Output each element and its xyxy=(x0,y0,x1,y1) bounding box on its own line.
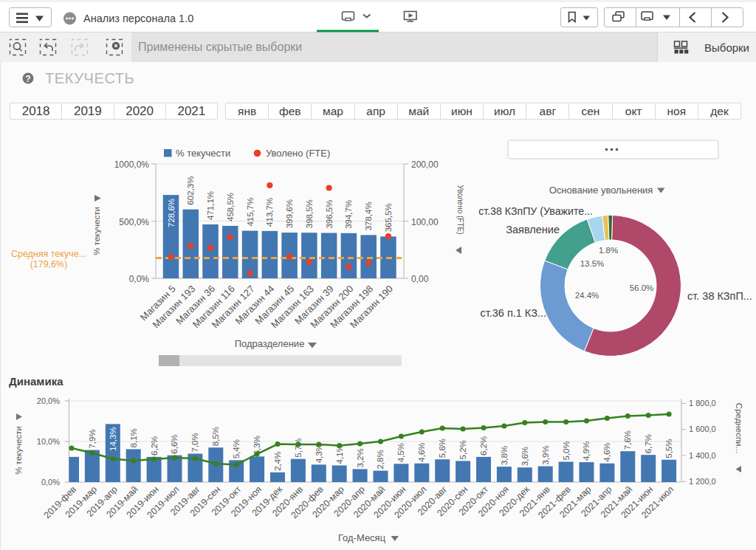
svg-text:3,6%: 3,6% xyxy=(520,447,529,466)
svg-text:% текучести: % текучести xyxy=(176,148,230,159)
svg-text:Заявление: Заявление xyxy=(506,224,560,236)
svg-text:4,5%: 4,5% xyxy=(396,443,405,462)
svg-text:365,5%: 365,5% xyxy=(384,203,393,232)
svg-text:14,3%: 14,3% xyxy=(109,427,117,451)
svg-text:6,2%: 6,2% xyxy=(479,436,488,456)
svg-text:1 800,0: 1 800,0 xyxy=(689,399,716,408)
svg-text:413,7%: 413,7% xyxy=(265,198,274,227)
svg-text:7,6%: 7,6% xyxy=(623,430,632,450)
svg-text:0,0%: 0,0% xyxy=(129,274,150,284)
svg-text:Среднеспи...: Среднеспи... xyxy=(735,403,743,453)
svg-text:500,0%: 500,0% xyxy=(119,217,149,227)
svg-text:100,00: 100,00 xyxy=(411,217,439,227)
svg-text:728,6%: 728,6% xyxy=(167,199,176,227)
svg-text:1 400,0: 1 400,0 xyxy=(689,451,716,460)
svg-text:471,1%: 471,1% xyxy=(206,191,215,220)
svg-text:4,9%: 4,9% xyxy=(583,441,591,461)
svg-text:5,5%: 5,5% xyxy=(664,439,673,458)
svg-text:56.0%: 56.0% xyxy=(630,283,654,292)
svg-text:398,5%: 398,5% xyxy=(305,199,314,228)
svg-text:399,6%: 399,6% xyxy=(285,199,294,228)
svg-text:7,0%: 7,0% xyxy=(190,433,199,452)
svg-text:415,7%: 415,7% xyxy=(246,198,255,227)
svg-text:10,0%: 10,0% xyxy=(37,437,60,446)
svg-text:3,8%: 3,8% xyxy=(500,446,509,465)
svg-text:396,5%: 396,5% xyxy=(325,200,334,229)
svg-text:% текучести: % текучести xyxy=(14,426,23,475)
svg-text:8,5%: 8,5% xyxy=(211,427,220,446)
svg-text:13.5%: 13.5% xyxy=(580,259,605,268)
svg-text:1.8%: 1.8% xyxy=(599,246,618,255)
svg-text:200,00: 200,00 xyxy=(411,159,439,170)
svg-text:2,8%: 2,8% xyxy=(377,450,385,469)
svg-text:1000,0%: 1000,0% xyxy=(114,159,150,170)
svg-text:0,00: 0,00 xyxy=(411,274,429,284)
svg-text:8,1%: 8,1% xyxy=(129,428,138,447)
svg-text:4,6%: 4,6% xyxy=(602,442,611,461)
svg-text:458,5%: 458,5% xyxy=(226,193,235,221)
svg-text:Уволено (FTE): Уволено (FTE) xyxy=(456,185,464,234)
svg-text:Уволено (FTE): Уволено (FTE) xyxy=(266,148,330,159)
svg-text:24.4%: 24.4% xyxy=(575,291,599,300)
svg-text:20,0%: 20,0% xyxy=(37,396,60,405)
svg-text:(179,6%): (179,6%) xyxy=(30,259,68,269)
svg-text:4,6%: 4,6% xyxy=(417,442,426,461)
svg-text:7,9%: 7,9% xyxy=(88,429,97,448)
svg-text:0,0%: 0,0% xyxy=(41,478,60,487)
svg-text:Основание увольнения: Основание увольнения xyxy=(549,185,653,196)
svg-text:602,3%: 602,3% xyxy=(186,176,195,205)
svg-text:5,4%: 5,4% xyxy=(232,439,241,458)
svg-text:?: ? xyxy=(25,74,30,84)
svg-text:5,2%: 5,2% xyxy=(458,440,467,459)
svg-text:2,4%: 2,4% xyxy=(273,452,282,471)
svg-text:6,2%: 6,2% xyxy=(150,436,159,456)
svg-text:1 200,0: 1 200,0 xyxy=(689,477,716,486)
svg-text:5,6%: 5,6% xyxy=(438,439,447,458)
svg-text:% текучести: % текучести xyxy=(92,207,101,255)
svg-text:5,0%: 5,0% xyxy=(562,441,571,460)
svg-text:378,4%: 378,4% xyxy=(364,202,373,230)
svg-text:Динамика: Динамика xyxy=(9,375,63,388)
svg-text:ст.36 п.1 КЗ...: ст.36 п.1 КЗ... xyxy=(480,307,546,319)
svg-text:ст.38 КЗпПУ (Уважите...: ст.38 КЗпПУ (Уважите... xyxy=(478,205,593,217)
svg-text:1 600,0: 1 600,0 xyxy=(689,424,716,433)
svg-text:3,9%: 3,9% xyxy=(541,445,550,464)
svg-text:ст. 38 КЗпП...: ст. 38 КЗпП... xyxy=(687,290,752,302)
svg-text:3,2%: 3,2% xyxy=(356,448,365,467)
svg-text:Год-Месяц: Год-Месяц xyxy=(338,532,386,543)
svg-text:6,6%: 6,6% xyxy=(171,434,179,453)
svg-text:Средняя текуче...: Средняя текуче... xyxy=(11,249,86,259)
svg-text:394,7%: 394,7% xyxy=(344,200,353,229)
svg-text:6,7%: 6,7% xyxy=(644,434,653,453)
svg-text:Подразделение: Подразделение xyxy=(235,338,305,349)
svg-text:5,7%: 5,7% xyxy=(294,438,303,457)
